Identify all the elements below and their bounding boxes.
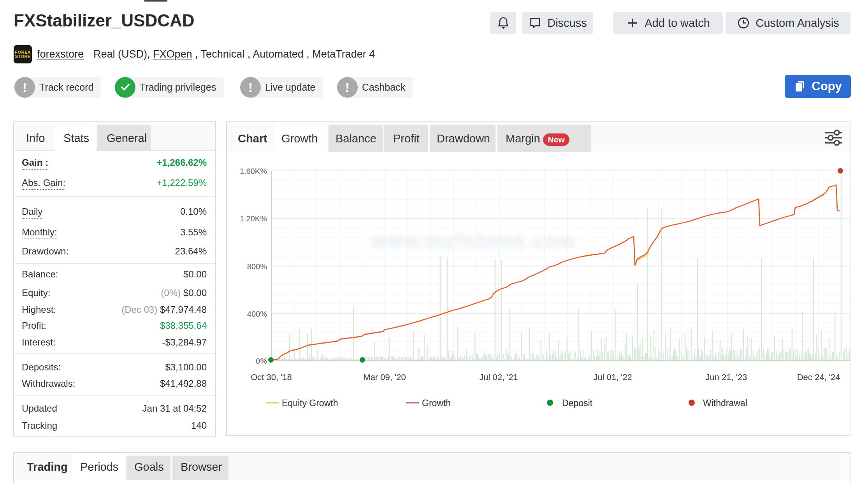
svg-text:1.60K%: 1.60K% bbox=[240, 167, 267, 175]
svg-text:1.20K%: 1.20K% bbox=[240, 214, 267, 223]
svg-text:Jul 01, '22: Jul 01, '22 bbox=[593, 372, 632, 382]
svg-text:800%: 800% bbox=[247, 262, 267, 271]
svg-text:Mar 09, '20: Mar 09, '20 bbox=[363, 372, 406, 382]
svg-text:Oct 30, '18: Oct 30, '18 bbox=[251, 372, 292, 382]
svg-text:Jun 21, '23: Jun 21, '23 bbox=[706, 372, 747, 382]
svg-text:0%: 0% bbox=[256, 357, 267, 365]
svg-text:Dec 24, '24: Dec 24, '24 bbox=[797, 372, 840, 382]
svg-text:Jul 02, '21: Jul 02, '21 bbox=[479, 372, 518, 382]
svg-text:400%: 400% bbox=[247, 310, 267, 318]
